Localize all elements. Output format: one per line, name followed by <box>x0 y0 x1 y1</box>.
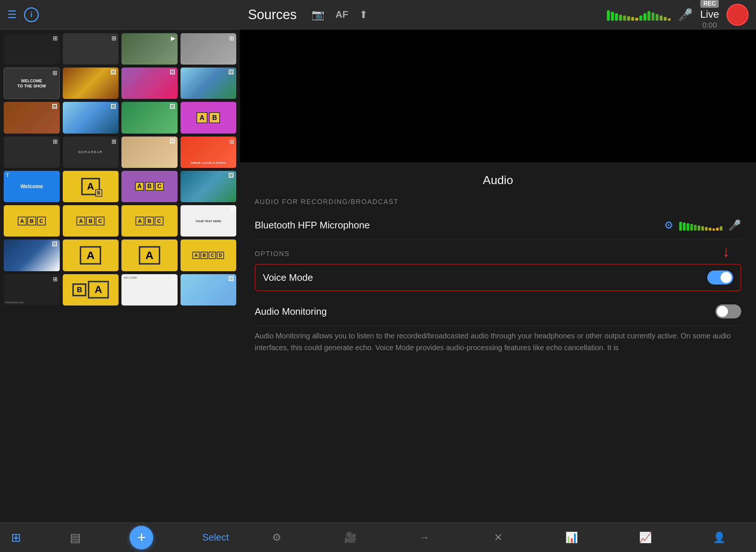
source-icon: ⊞ <box>229 35 234 42</box>
source-thumb[interactable]: A B C <box>63 205 119 237</box>
source-icon: 🖼 <box>228 69 234 76</box>
tab-audio-icon[interactable]: 📊 <box>535 531 609 544</box>
a-big-box2: A <box>139 246 160 265</box>
tab-mixer-icon[interactable]: ⚙ <box>240 531 314 544</box>
audio-bar <box>668 18 671 21</box>
t-icon: T <box>6 172 9 178</box>
source-icon: ⊞ <box>229 138 234 145</box>
noraebar-label: NORAEBAR <box>78 150 103 154</box>
audio-device-row: Bluetooth HFP Microphone ⚙ <box>255 212 741 239</box>
list-view-icon[interactable]: ▤ <box>70 531 81 545</box>
welcome-small-label: WELCOME <box>124 276 137 279</box>
source-thumb[interactable]: 🖼 <box>4 239 60 271</box>
source-icon: ⊞ <box>229 207 234 214</box>
audio-bar <box>656 14 659 21</box>
source-thumb[interactable]: 🖼 <box>181 68 237 99</box>
tab-export-icon[interactable]: → <box>387 532 461 544</box>
right-bottom-bar: ⚙ 🎥 → ✕ 📊 📈 👤 <box>240 522 756 552</box>
header-right: 🎤 REC Live 0:00 <box>564 0 749 30</box>
audio-level-bars <box>607 9 671 21</box>
tab-stats-icon[interactable]: 📈 <box>609 531 683 544</box>
audio-bar <box>643 13 646 21</box>
source-thumb[interactable]: ⊞ YOUR TEXT HERE <box>181 205 237 237</box>
tab-person-icon[interactable]: 👤 <box>682 531 756 544</box>
sources-panel: ⊞ ⊞ ▶ ⊞ ⊞ WELCOMETO THE SHOW 🖼 🖼 <box>0 30 240 552</box>
audio-bar <box>639 15 642 21</box>
source-thumb[interactable]: ⊞ <box>4 137 60 168</box>
source-thumb[interactable]: 🖼 <box>4 102 60 133</box>
audio-monitoring-row: Audio Monitoring <box>255 297 741 326</box>
a-letter: A <box>87 181 94 192</box>
source-thumb[interactable]: 🖼 <box>181 171 237 202</box>
page-title: Sources <box>248 7 297 23</box>
hamburger-icon[interactable]: ☰ <box>7 8 17 21</box>
abc-letter-a: A <box>135 217 144 225</box>
mic-active-icon[interactable]: 🎤 <box>728 219 741 231</box>
abc-letter-a: A <box>135 182 144 191</box>
settings-icon[interactable]: ⚙ <box>664 219 673 231</box>
source-thumb[interactable]: Welcome T <box>4 171 60 202</box>
audio-title: Audio <box>255 173 741 187</box>
source-icon: ⊞ <box>111 35 116 42</box>
tab-overlay-icon[interactable]: ✕ <box>461 531 535 544</box>
source-thumb[interactable]: ⊞ WELCOMETO THE SHOW <box>4 68 60 99</box>
source-thumb[interactable]: ⊞ WELCOME <box>121 274 178 306</box>
level-bar <box>683 222 685 231</box>
voice-mode-label: Voice Mode <box>263 272 313 283</box>
source-thumb[interactable]: A B C <box>121 171 178 202</box>
source-thumb[interactable]: 🖼 <box>63 68 119 99</box>
source-thumb[interactable]: ⊞ <box>181 33 237 65</box>
tab-camera-icon[interactable]: 🎥 <box>314 531 388 544</box>
voice-mode-toggle[interactable] <box>707 270 733 284</box>
record-button[interactable] <box>726 4 749 26</box>
camera-icon[interactable]: 📷 <box>312 8 324 21</box>
share-icon[interactable]: ⬆ <box>359 8 368 21</box>
voice-mode-container: ↓ Voice Mode <box>255 264 741 291</box>
source-thumb[interactable]: 🖼 <box>63 102 119 133</box>
info-icon[interactable]: i <box>24 7 39 22</box>
source-thumb[interactable]: ▶ <box>121 33 178 65</box>
source-thumb[interactable]: B A <box>63 274 119 306</box>
select-label[interactable]: Select <box>202 532 229 543</box>
b-subscript: B <box>95 189 102 197</box>
source-icon: ⊞ <box>111 138 116 145</box>
source-thumb[interactable]: A <box>63 239 119 271</box>
sources-grid: ⊞ ⊞ ▶ ⊞ ⊞ WELCOMETO THE SHOW 🖼 🖼 <box>0 30 240 522</box>
source-thumb[interactable]: ⊞ <box>63 33 119 65</box>
level-bar <box>709 228 711 231</box>
audio-bar <box>607 10 610 21</box>
audio-panel: Audio AUDIO FOR RECORDING/BROADCAST Blue… <box>240 162 756 522</box>
source-thumb[interactable]: ⊞ Noraebar.com <box>4 274 60 306</box>
source-thumb[interactable]: 🖼 <box>121 102 178 133</box>
a-letter-big: A <box>94 284 102 295</box>
ab-box-b: B <box>209 112 220 123</box>
source-thumb[interactable]: A B C <box>121 205 178 237</box>
source-thumb[interactable]: A <box>121 239 178 271</box>
af-label[interactable]: AF <box>336 9 348 20</box>
audio-bar <box>623 15 626 21</box>
grid-view-icon[interactable]: ⊞ <box>11 531 21 545</box>
source-thumb[interactable]: 🖼 <box>121 68 178 99</box>
voice-mode-row: Voice Mode <box>255 264 741 291</box>
header-left: ☰ i <box>7 7 52 22</box>
source-thumb[interactable]: ⊞ <box>4 33 60 65</box>
timer-label: 0:00 <box>702 21 717 30</box>
mic-icon: 🎤 <box>678 8 693 22</box>
source-thumb[interactable]: A B C D <box>181 239 237 271</box>
level-bars <box>679 220 722 231</box>
welcome-text: WELCOMETO THE SHOW <box>16 68 47 99</box>
live-label: Live <box>700 8 719 20</box>
source-thumb[interactable]: A B <box>181 102 237 133</box>
audio-monitoring-toggle[interactable] <box>715 304 741 318</box>
source-thumb[interactable]: 🖼 <box>181 274 237 306</box>
source-thumb[interactable]: A B C <box>4 205 60 237</box>
source-thumb[interactable]: 🖼 <box>121 137 178 168</box>
source-thumb[interactable]: ⊞ JUNIOR LEAGUE PLAYOFFS <box>181 137 237 168</box>
app-header: ☰ i Sources 📷 AF ⬆ <box>0 0 756 30</box>
add-source-button[interactable]: + <box>130 526 153 549</box>
source-thumb[interactable]: ⊞ NORAEBAR <box>63 137 119 168</box>
level-bar <box>690 224 693 231</box>
audio-bar <box>652 13 654 21</box>
audio-description: Audio Monitoring allows you to listen to… <box>255 330 741 353</box>
source-thumb[interactable]: A B <box>63 171 119 202</box>
